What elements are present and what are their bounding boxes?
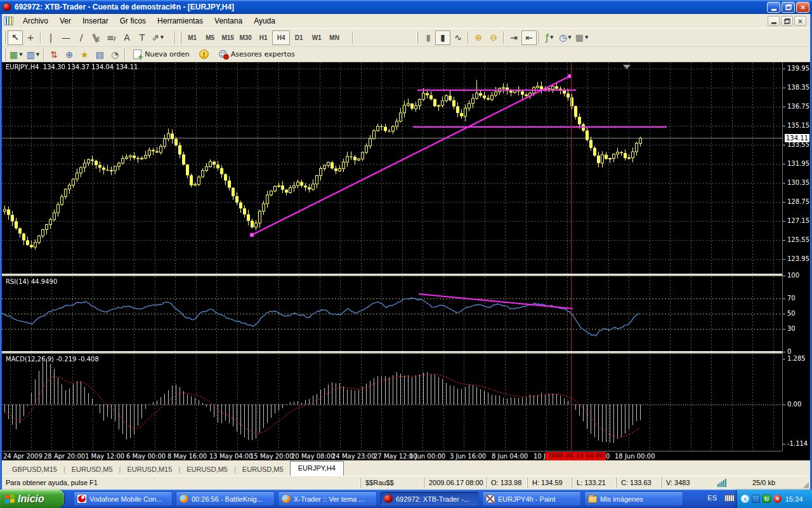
time-label: 15 May 20:00 <box>250 453 294 460</box>
tab-eurusd-m5[interactable]: EURUSD,M5 <box>236 464 290 476</box>
periods-button[interactable]: ◷▼ <box>557 30 573 45</box>
strategy-tester-button[interactable]: ◔ <box>107 47 122 62</box>
timeframe-h1-button[interactable]: H1 <box>254 30 272 45</box>
text-tool-button[interactable]: A <box>119 30 134 45</box>
timeframe-h4-button[interactable]: H4 <box>272 30 290 45</box>
price-tick: 131.95 <box>783 160 810 168</box>
taskbar-task-folder-5[interactable]: Mis imágenes <box>584 491 683 506</box>
new-chart-button[interactable]: ▦▼ <box>8 47 25 62</box>
expert-advisors-button[interactable]: ☺ Asesores expertos <box>213 47 301 62</box>
timeframe-d1-button[interactable]: D1 <box>290 30 308 45</box>
new-order-button[interactable]: Nueva orden <box>128 47 195 62</box>
tick-chart-button[interactable]: ⇅ <box>46 47 62 62</box>
app-logo-icon <box>3 3 11 11</box>
time-label: 1 May 12:00 <box>85 453 124 460</box>
toolbar-drag-handle[interactable] <box>4 31 6 44</box>
time-label: 13 May 04:00 <box>209 453 253 460</box>
tab-eurusd-m5[interactable]: EURUSD,M5 <box>65 464 119 476</box>
candlestick-chart-button[interactable]: ▮ <box>435 30 450 45</box>
auto-scroll-button[interactable]: ⇥ <box>506 30 521 45</box>
label-tool-button[interactable]: T <box>134 30 150 45</box>
crosshair-tool-button[interactable]: + <box>23 30 38 45</box>
tab-eurusd-m5[interactable]: EURUSD,M5 <box>180 464 234 476</box>
timeframe-m5-button[interactable]: M5 <box>201 30 219 45</box>
timeframe-m1-button[interactable]: M1 <box>183 30 201 45</box>
timeframe-drag-handle[interactable] <box>180 31 181 44</box>
taskbar-task-firefox-2[interactable]: X-Trader :: Ver tema ... <box>278 491 377 506</box>
menu-ver[interactable]: Ver <box>54 15 77 27</box>
expert-advisor-icon: ☺ <box>218 50 228 59</box>
time-axis[interactable]: 24 Apr 200928 Apr 20:001 May 12:006 May … <box>2 451 782 460</box>
vertical-line-tool-button[interactable]: | <box>43 30 58 45</box>
profiles-button[interactable]: ▥▼ <box>25 47 42 62</box>
child-close-button[interactable]: × <box>794 16 806 26</box>
tab-gbpusd-m15[interactable]: GBPUSD,M15 <box>6 464 63 476</box>
timeframe-mn-button[interactable]: MN <box>325 30 343 45</box>
start-button[interactable]: Inicio <box>0 490 64 508</box>
fibonacci-tool-button[interactable]: ≡F <box>104 30 119 45</box>
cursor-tool-button[interactable]: ↖ <box>8 30 23 45</box>
tray-chevron-icon[interactable]: ‹ <box>741 495 749 503</box>
channel-tool-button[interactable]: ∥E <box>89 30 104 45</box>
tab-eurjpy-h4[interactable]: EURJPY,H4 <box>290 461 344 476</box>
minimize-button[interactable] <box>767 2 780 13</box>
market-watch-button[interactable]: ⊕ <box>62 47 77 62</box>
price-axis[interactable]: 139.95138.35136.75135.15133.55131.95130.… <box>782 62 810 451</box>
menu-gr-ficos[interactable]: Gr ficos <box>114 15 152 27</box>
price-tick-label: 136.75 <box>787 103 809 110</box>
trendline-tool-button[interactable]: / <box>74 30 89 45</box>
taskbar-task-firefox-1[interactable]: 00:26:56 - BattleKnig... <box>176 491 275 506</box>
timeframe-w1-button[interactable]: W1 <box>308 30 325 45</box>
chart-tab-bar: GBPUSD,M15|EURUSD,M5|EURUSD,M15|EURUSD,M… <box>2 460 810 476</box>
child-restore-button[interactable] <box>781 16 793 26</box>
timeframe-m15-button[interactable]: M15 <box>219 30 237 45</box>
warning-icon[interactable]: ! <box>199 50 209 59</box>
price-tick-label: 133.55 <box>787 141 809 148</box>
taskbar-task-xtb-3[interactable]: 692972: XTB-Trader -... <box>380 491 479 506</box>
firefox-icon <box>180 495 188 503</box>
favorites-button[interactable]: ★ <box>77 47 92 62</box>
price-chart-canvas[interactable] <box>2 62 782 451</box>
zoom-in-button[interactable]: ⊕ <box>471 30 486 45</box>
network-icon[interactable] <box>752 495 760 503</box>
menu-insertar[interactable]: Insertar <box>77 15 114 27</box>
macd-tick: -1.114 <box>783 440 810 448</box>
menu-archivo[interactable]: Archivo <box>17 15 54 27</box>
restore-button[interactable] <box>782 2 795 13</box>
status-help-text: Para obtener ayuda, pulse F1 <box>6 478 98 488</box>
rsi-panel-splitter[interactable] <box>2 274 810 276</box>
child-minimize-button[interactable] <box>768 16 780 26</box>
timeframe-m30-button[interactable]: M30 <box>237 30 254 45</box>
chartbar-drag-handle[interactable] <box>416 31 418 44</box>
horizontal-line-tool-button[interactable]: — <box>58 30 74 45</box>
macd-indicator-label: MACD(12,26,9) -0.219 -0.408 <box>6 356 99 363</box>
rsi-tick-mark <box>783 329 785 330</box>
keyboard-icon[interactable] <box>724 495 735 502</box>
bar-chart-button[interactable]: ||| <box>420 30 435 45</box>
close-button[interactable]: × <box>796 2 809 13</box>
menu-ventana[interactable]: Ventana <box>209 15 248 27</box>
language-indicator[interactable]: ES <box>707 494 717 502</box>
vodafone-icon <box>77 495 86 503</box>
security-alert-icon[interactable]: × <box>773 495 782 503</box>
terminal-button[interactable]: ▤ <box>92 47 107 62</box>
menu-ayuda[interactable]: Ayuda <box>248 15 281 27</box>
taskbar-task-vodafone-0[interactable]: Vodafone Mobile Con... <box>74 491 173 506</box>
indicators-button[interactable]: ƒ▼ <box>542 30 557 45</box>
toolbar2-drag-handle[interactable] <box>4 48 6 61</box>
macd-panel-splitter[interactable] <box>2 351 810 354</box>
taskbar-task-paint-4[interactable]: EURJPY4h - Paint <box>482 491 581 506</box>
time-label: 8 Jun 04:00 <box>492 453 528 460</box>
tab-eurusd-m15[interactable]: EURUSD,M15 <box>121 464 178 476</box>
updates-icon[interactable]: ↻ <box>763 495 771 503</box>
resize-grip[interactable]: ◢ <box>803 480 809 489</box>
menu-herramientas[interactable]: Herramientas <box>152 15 209 27</box>
templates-button[interactable]: ▦▼ <box>573 30 591 45</box>
price-tick-mark <box>783 202 785 203</box>
line-chart-button[interactable]: ∿ <box>450 30 466 45</box>
title-bar[interactable]: 692972: XTB-Trader - Cuenta de demostrac… <box>0 0 812 14</box>
shapes-tool-button[interactable]: ⇗▼ <box>150 30 166 45</box>
zoom-out-button[interactable]: ⊖ <box>486 30 501 45</box>
chart-shift-button[interactable]: ⇤ <box>521 30 537 45</box>
status-close: C: 133.63 <box>616 478 661 488</box>
